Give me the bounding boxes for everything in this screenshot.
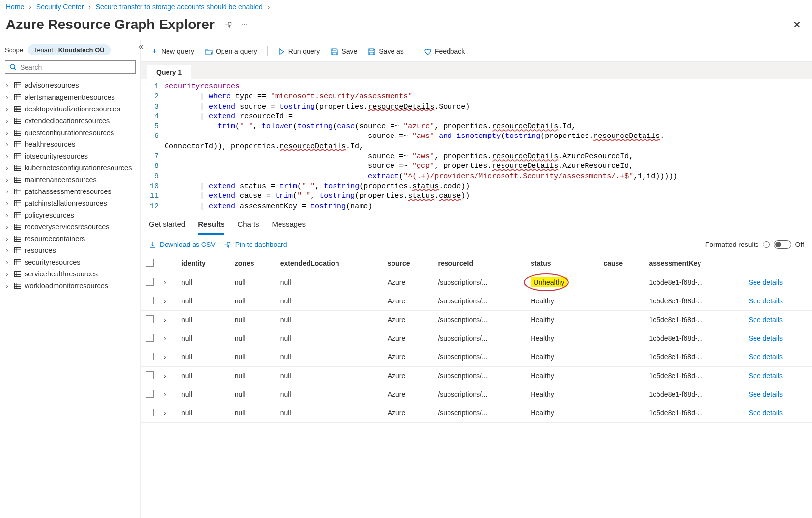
cell-see-details[interactable]: See details xyxy=(744,348,812,366)
select-all-header[interactable] xyxy=(141,254,159,273)
sidebar-table-securityresources[interactable]: ›securityresources xyxy=(5,256,136,268)
cell-see-details[interactable]: See details xyxy=(744,385,812,404)
see-details-link[interactable]: See details xyxy=(749,409,783,417)
see-details-link[interactable]: See details xyxy=(749,372,783,380)
expand-row-icon[interactable]: › xyxy=(159,366,176,385)
cell-assessmentKey: 1c5de8e1-f68d-... xyxy=(644,292,744,310)
see-details-link[interactable]: See details xyxy=(749,297,783,305)
collapse-sidebar-icon[interactable]: « xyxy=(139,41,143,52)
tenant-pill[interactable]: Tenant : Kloudatech OÜ xyxy=(28,44,111,55)
row-checkbox[interactable] xyxy=(141,404,159,422)
sidebar-table-label: kubernetesconfigurationresources xyxy=(25,164,132,172)
cell-see-details[interactable]: See details xyxy=(744,404,812,422)
row-checkbox[interactable] xyxy=(141,366,159,385)
see-details-link[interactable]: See details xyxy=(749,334,783,342)
sidebar-table-advisorresources[interactable]: ›advisorresources xyxy=(5,80,136,91)
col-zones[interactable]: zones xyxy=(230,254,276,273)
table-row[interactable]: ›nullnullnullAzure/subscriptions/...Unhe… xyxy=(141,273,812,292)
col-identity[interactable]: identity xyxy=(176,254,230,273)
col-source[interactable]: source xyxy=(383,254,433,273)
cell-see-details[interactable]: See details xyxy=(744,292,812,310)
see-details-link[interactable]: See details xyxy=(749,353,783,361)
table-row[interactable]: ›nullnullnullAzure/subscriptions/...Heal… xyxy=(141,292,812,310)
col-extendedLocation[interactable]: extendedLocation xyxy=(276,254,383,273)
cell-see-details[interactable]: See details xyxy=(744,329,812,348)
col-resourceId[interactable]: resourceId xyxy=(433,254,526,273)
sidebar-table-resources[interactable]: ›resources xyxy=(5,245,136,256)
expand-row-icon[interactable]: › xyxy=(159,292,176,310)
run-query-button[interactable]: Run query xyxy=(274,44,324,57)
sidebar-table-desktopvirtualizationresources[interactable]: ›desktopvirtualizationresources xyxy=(5,103,136,115)
breadcrumb-home[interactable]: Home xyxy=(6,3,24,11)
table-row[interactable]: ›nullnullnullAzure/subscriptions/...Heal… xyxy=(141,366,812,385)
sidebar-search[interactable] xyxy=(5,60,136,74)
tab-messages[interactable]: Messages xyxy=(272,220,306,235)
row-checkbox[interactable] xyxy=(141,310,159,329)
row-checkbox[interactable] xyxy=(141,292,159,310)
close-icon[interactable]: ✕ xyxy=(788,17,806,32)
expand-row-icon[interactable]: › xyxy=(159,385,176,404)
expand-row-icon[interactable]: › xyxy=(159,273,176,292)
expand-row-icon[interactable]: › xyxy=(159,348,176,366)
cell-see-details[interactable]: See details xyxy=(744,310,812,329)
tab-results[interactable]: Results xyxy=(198,220,224,235)
sidebar-table-guestconfigurationresources[interactable]: ›guestconfigurationresources xyxy=(5,127,136,138)
col-cause[interactable]: cause xyxy=(598,254,644,273)
cell-see-details[interactable]: See details xyxy=(744,366,812,385)
see-details-link[interactable]: See details xyxy=(749,316,783,324)
chevron-right-icon: › xyxy=(6,152,11,160)
sidebar-table-healthresources[interactable]: ›healthresources xyxy=(5,138,136,150)
more-icon[interactable]: ··· xyxy=(237,18,252,31)
formatted-results-toggle[interactable] xyxy=(774,240,791,249)
sidebar-table-maintenanceresources[interactable]: ›maintenanceresources xyxy=(5,174,136,186)
row-checkbox[interactable] xyxy=(141,385,159,404)
query-tab-1[interactable]: Query 1 xyxy=(147,65,191,79)
sidebar-table-recoveryservicesresources[interactable]: ›recoveryservicesresources xyxy=(5,221,136,233)
table-row[interactable]: ›nullnullnullAzure/subscriptions/...Heal… xyxy=(141,404,812,422)
breadcrumb-recommendation[interactable]: Secure transfer to storage accounts shou… xyxy=(96,3,263,11)
new-query-button[interactable]: ＋New query xyxy=(147,44,198,57)
sidebar-table-servicehealthresources[interactable]: ›servicehealthresources xyxy=(5,268,136,280)
sidebar-table-workloadmonitorresources[interactable]: ›workloadmonitorresources xyxy=(5,280,136,292)
cell-see-details[interactable]: See details xyxy=(744,273,812,292)
info-icon[interactable]: i xyxy=(763,241,770,248)
sidebar-table-patchassessmentresources[interactable]: ›patchassessmentresources xyxy=(5,186,136,197)
open-query-button[interactable]: Open a query xyxy=(201,44,261,57)
col-status[interactable]: status xyxy=(526,254,598,273)
sidebar-table-label: patchinstallationresources xyxy=(25,199,107,207)
sidebar-table-iotsecurityresources[interactable]: ›iotsecurityresources xyxy=(5,150,136,162)
sidebar-table-policyresources[interactable]: ›policyresources xyxy=(5,209,136,221)
see-details-link[interactable]: See details xyxy=(749,278,783,286)
sidebar-table-kubernetesconfigurationresources[interactable]: ›kubernetesconfigurationresources xyxy=(5,162,136,174)
sidebar-table-alertsmanagementresources[interactable]: ›alertsmanagementresources xyxy=(5,91,136,103)
query-editor[interactable]: 123456789101112 securityresources | wher… xyxy=(141,79,812,214)
search-input[interactable] xyxy=(20,63,131,71)
cell-status: Healthy xyxy=(526,292,598,310)
col-assessmentKey[interactable]: assessmentKey xyxy=(644,254,744,273)
expand-row-icon[interactable]: › xyxy=(159,329,176,348)
row-checkbox[interactable] xyxy=(141,329,159,348)
row-checkbox[interactable] xyxy=(141,273,159,292)
sidebar-table-resourcecontainers[interactable]: ›resourcecontainers xyxy=(5,233,136,245)
download-csv-button[interactable]: Download as CSV xyxy=(149,240,216,248)
pin-icon[interactable] xyxy=(222,18,237,31)
expand-row-icon[interactable]: › xyxy=(159,310,176,329)
tab-get-started[interactable]: Get started xyxy=(149,220,185,235)
table-row[interactable]: ›nullnullnullAzure/subscriptions/...Heal… xyxy=(141,310,812,329)
save-button[interactable]: Save xyxy=(327,44,361,57)
breadcrumb-security-center[interactable]: Security Center xyxy=(36,3,84,11)
editor-code[interactable]: securityresources | where type == "micro… xyxy=(165,82,812,212)
expand-row-icon[interactable]: › xyxy=(159,404,176,422)
table-row[interactable]: ›nullnullnullAzure/subscriptions/...Heal… xyxy=(141,348,812,366)
table-row[interactable]: ›nullnullnullAzure/subscriptions/...Heal… xyxy=(141,385,812,404)
svg-rect-87 xyxy=(15,283,21,289)
pin-dashboard-button[interactable]: Pin to dashboard xyxy=(224,240,287,248)
save-as-button[interactable]: Save as xyxy=(364,44,408,57)
row-checkbox[interactable] xyxy=(141,348,159,366)
see-details-link[interactable]: See details xyxy=(749,390,783,398)
table-row[interactable]: ›nullnullnullAzure/subscriptions/...Heal… xyxy=(141,329,812,348)
tab-charts[interactable]: Charts xyxy=(237,220,259,235)
feedback-button[interactable]: Feedback xyxy=(420,44,469,57)
sidebar-table-extendedlocationresources[interactable]: ›extendedlocationresources xyxy=(5,115,136,127)
sidebar-table-patchinstallationresources[interactable]: ›patchinstallationresources xyxy=(5,197,136,209)
